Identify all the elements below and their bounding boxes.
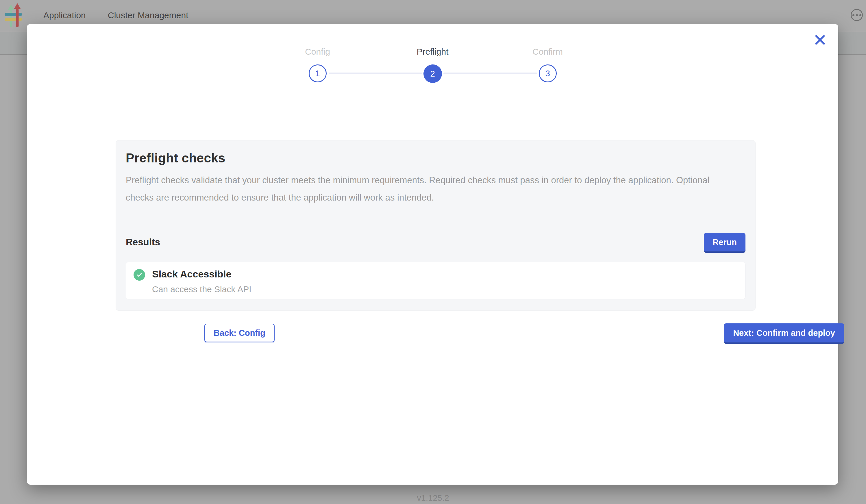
dot bbox=[856, 14, 858, 16]
check-detail: Can access the Slack API bbox=[152, 285, 252, 294]
check-pass-icon bbox=[134, 269, 145, 281]
step-number-badge: 1 bbox=[309, 65, 326, 82]
step-config: Config 1 bbox=[280, 46, 355, 82]
dot bbox=[852, 14, 854, 16]
dot bbox=[859, 14, 862, 16]
results-row: Results Rerun bbox=[126, 233, 745, 251]
back-config-button[interactable]: Back: Config bbox=[204, 324, 275, 342]
next-confirm-deploy-button[interactable]: Next: Confirm and deploy bbox=[724, 323, 844, 343]
app-logo-icon bbox=[4, 2, 23, 29]
preflight-check-result: Slack Accessible Can access the Slack AP… bbox=[126, 262, 745, 299]
step-label: Preflight bbox=[395, 46, 470, 57]
step-label: Confirm bbox=[510, 46, 585, 57]
step-label: Config bbox=[280, 46, 355, 57]
step-confirm: Confirm 3 bbox=[510, 46, 585, 82]
rerun-button[interactable]: Rerun bbox=[704, 233, 745, 251]
version-label: v1.125.2 bbox=[0, 493, 866, 503]
preflight-modal: Config 1 Preflight 2 Confirm 3 Preflight… bbox=[27, 24, 838, 485]
check-body: Slack Accessible Can access the Slack AP… bbox=[152, 268, 252, 294]
modal-content: Preflight checks Preflight checks valida… bbox=[115, 140, 756, 343]
step-preflight: Preflight 2 bbox=[395, 46, 470, 83]
step-number-badge: 2 bbox=[423, 65, 442, 83]
check-title: Slack Accessible bbox=[152, 268, 252, 279]
step-number-badge: 3 bbox=[539, 65, 557, 82]
ellipsis-menu-icon[interactable] bbox=[851, 9, 863, 21]
results-heading: Results bbox=[126, 237, 160, 248]
wizard-stepper: Config 1 Preflight 2 Confirm 3 bbox=[309, 46, 557, 82]
wizard-footer: Back: Config Next: Confirm and deploy bbox=[204, 323, 844, 343]
panel-title: Preflight checks bbox=[126, 151, 745, 165]
panel-description: Preflight checks validate that your clus… bbox=[126, 172, 725, 206]
close-icon[interactable] bbox=[813, 33, 827, 47]
preflight-panel: Preflight checks Preflight checks valida… bbox=[115, 140, 756, 311]
